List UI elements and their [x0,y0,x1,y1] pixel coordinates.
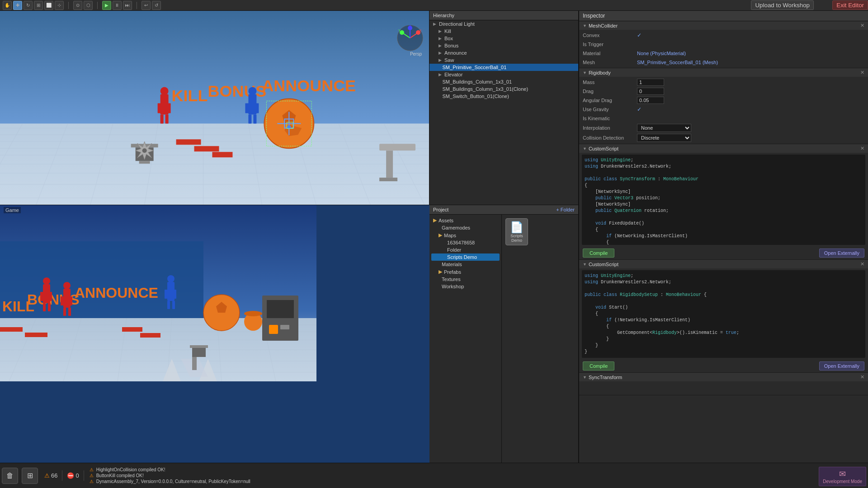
compile-button-2[interactable]: Compile [583,361,614,371]
sync-transform-header[interactable]: ▼ SyncTransform ✕ [579,373,868,381]
add-folder-button[interactable]: + Folder [556,207,575,212]
status-msg-1: ⚠ HighlightOnCollision compiled OK! [90,467,866,472]
hierarchy-item[interactable]: SM_Buildings_Column_1x3_01 [429,78,578,85]
play-button[interactable]: ▶ [102,1,111,10]
upload-to-workshop-button[interactable]: Upload to Workshop [751,0,814,10]
open-externally-button-1[interactable]: Open Externally [819,249,864,258]
folder-item[interactable]: Gamemodes [431,224,500,231]
sync-transform-close[interactable]: ✕ [860,374,864,380]
hierarchy-item-label: Elevator [444,72,462,77]
inspector-title: Inspector [583,13,605,19]
open-externally-button-2[interactable]: Open Externally [819,361,864,371]
mass-value[interactable] [637,79,864,86]
use-gravity-value[interactable]: ✓ [637,106,864,113]
svg-rect-98 [165,290,168,299]
pivot-btn[interactable]: ⊙ [73,1,82,10]
interpolation-value[interactable]: None Interpolate Extrapolate [637,124,864,132]
msg-text-1: HighlightOnCollision compiled OK! [96,467,165,472]
scene-gizmo[interactable]: X Y Z [396,24,424,52]
pause-button[interactable]: ⏸ [113,1,122,10]
warning-count[interactable]: ⚠ 66 [40,470,62,481]
custom-script-1-close[interactable]: ✕ [860,145,864,151]
folder-item[interactable]: Folder [431,246,500,253]
collision-detection-value[interactable]: Discrete Continuous Continuous Dynamic [637,134,864,142]
hierarchy-item[interactable]: ▶Directional Light [429,20,578,28]
scale-tool[interactable]: ⊞ [34,1,43,10]
hierarchy-item[interactable]: ▶Announce [429,49,578,56]
drag-input[interactable] [637,88,664,95]
angular-drag-input[interactable] [637,97,664,104]
rigidbody-close[interactable]: ✕ [860,70,864,75]
scripts-demo-file[interactable]: 📄 ScriptsDemo [505,218,528,245]
dev-mode-button[interactable]: ✉ Development Mode [819,467,866,486]
game-viewport[interactable]: Game [0,205,429,488]
use-gravity-row: Use Gravity ✓ [579,105,868,114]
redo-btn[interactable]: ↺ [152,1,161,10]
folder-item[interactable]: ▶Maps [431,231,500,239]
combo-tool[interactable]: ⊹ [55,1,64,10]
rotate-tool[interactable]: ↻ [24,1,33,10]
rect-tool[interactable]: ⬜ [44,1,53,10]
is-trigger-label: Is Trigger [583,42,637,47]
folder-item[interactable]: ▶Assets [431,216,500,224]
move-tool[interactable]: ✚ [13,1,22,10]
custom-script-1-header[interactable]: ▼ CustomScript ✕ [579,144,868,153]
error-count[interactable]: ⛔ 0 [62,470,84,481]
exit-editor-button[interactable]: Exit Editor [832,0,868,10]
hierarchy-item[interactable]: ▶Bonus [429,42,578,49]
hierarchy-item[interactable]: ▶Box [429,35,578,42]
drag-label: Drag [583,89,637,94]
hierarchy-panel: Hierarchy ▶Directional Light▶Kill▶Box▶Bo… [429,11,578,205]
hierarchy-item[interactable]: SM_Buildings_Column_1x3_01(Clone) [429,85,578,93]
scene-viewport[interactable]: KILL BONUS ANNOUNCE [0,11,429,205]
angular-drag-value[interactable] [637,97,864,104]
interpolation-row: Interpolation None Interpolate Extrapola… [579,123,868,133]
tool-group-transform: ✋ ✚ ↻ ⊞ ⬜ ⊹ [3,1,64,10]
mesh-collider-close[interactable]: ✕ [860,23,864,28]
folder-item[interactable]: Materials [431,261,500,268]
hierarchy-item[interactable]: SM_Switch_Button_01(Clone) [429,93,578,100]
folder-item[interactable]: ▶Prefabs [431,268,500,276]
drag-row: Drag [579,87,868,96]
drag-value[interactable] [637,88,864,95]
hierarchy-item[interactable]: SM_Primitive_SoccerBall_01 [429,64,578,71]
step-button[interactable]: ⏭ [123,1,132,10]
status-trash-icon[interactable]: 🗑 [2,468,18,484]
rigidbody-header[interactable]: ▼ Rigidbody ✕ [579,68,868,77]
mesh-collider-header[interactable]: ▼ MeshCollider ✕ [579,21,868,30]
convex-value[interactable]: ✓ [637,32,864,38]
use-gravity-label: Use Gravity [583,107,637,112]
dev-mode-area: ✉ Development Mode [819,467,866,486]
svg-rect-95 [68,308,71,316]
material-label: Material [583,51,637,56]
hierarchy-item[interactable]: ▶Saw [429,56,578,64]
svg-rect-34 [253,114,256,123]
folder-item[interactable]: Workshop [431,283,500,290]
interpolation-select[interactable]: None Interpolate Extrapolate [637,124,691,132]
hierarchy-item[interactable]: ▶Kill [429,28,578,35]
custom-script-2-close[interactable]: ✕ [860,261,864,267]
folder-item-label: Folder [447,247,461,253]
folder-item-label: Textures [442,277,461,282]
folder-item[interactable]: 1636478658 [431,239,500,246]
custom-script-2-header[interactable]: ▼ CustomScript ✕ [579,260,868,268]
svg-rect-112 [25,333,47,337]
mass-input[interactable] [637,79,664,86]
hierarchy-arrow: ▶ [439,43,442,48]
collision-detection-select[interactable]: Discrete Continuous Continuous Dynamic [637,134,691,142]
custom-script-1-code: using UnityEngine; using DrunkenWrestler… [582,155,865,245]
folder-item[interactable]: Textures [431,276,500,283]
undo-btn[interactable]: ↩ [142,1,151,10]
compile-button-1[interactable]: Compile [583,249,614,258]
hierarchy-arrow: ▶ [439,29,442,33]
mesh-collider-title: MeshCollider [589,23,618,28]
custom-script-2-actions: Compile Open Externally [579,360,868,372]
svg-rect-114 [140,333,160,338]
game-view-label: Game [4,207,21,213]
svg-text:ANNOUNCE: ANNOUNCE [262,76,356,95]
status-grid-icon[interactable]: ⊞ [22,468,38,484]
folder-item[interactable]: Scripts Demo [431,253,500,261]
global-btn[interactable]: ⬡ [84,1,93,10]
hand-tool[interactable]: ✋ [3,1,12,10]
hierarchy-item[interactable]: ▶Elevator [429,71,578,78]
